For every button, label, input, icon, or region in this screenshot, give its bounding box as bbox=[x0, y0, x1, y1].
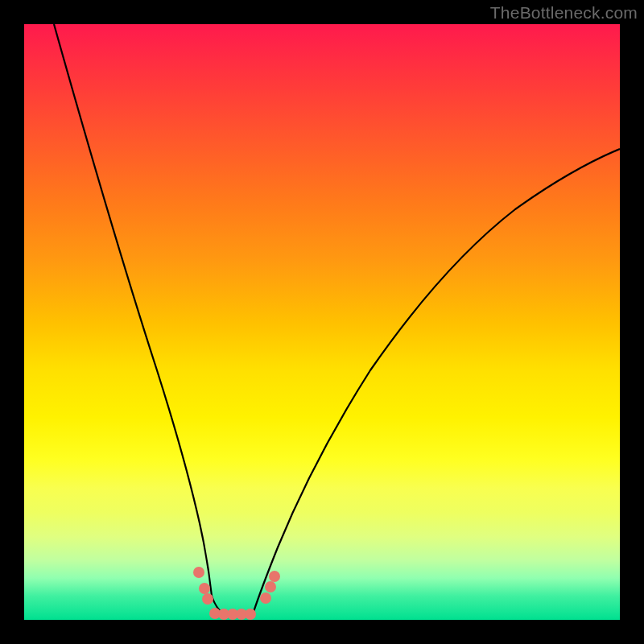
curve-right-branch bbox=[254, 149, 620, 612]
outer-frame: TheBottleneck.com bbox=[0, 0, 644, 644]
marker-dot bbox=[245, 609, 256, 620]
marker-dot bbox=[193, 567, 204, 578]
marker-dot bbox=[199, 583, 210, 594]
marker-dot bbox=[202, 593, 213, 605]
marker-dot bbox=[265, 581, 276, 592]
chart-svg bbox=[24, 24, 620, 620]
marker-dot bbox=[260, 592, 271, 604]
marker-dot bbox=[269, 571, 280, 582]
curve-left-branch bbox=[54, 24, 212, 596]
watermark-text: TheBottleneck.com bbox=[490, 3, 638, 23]
